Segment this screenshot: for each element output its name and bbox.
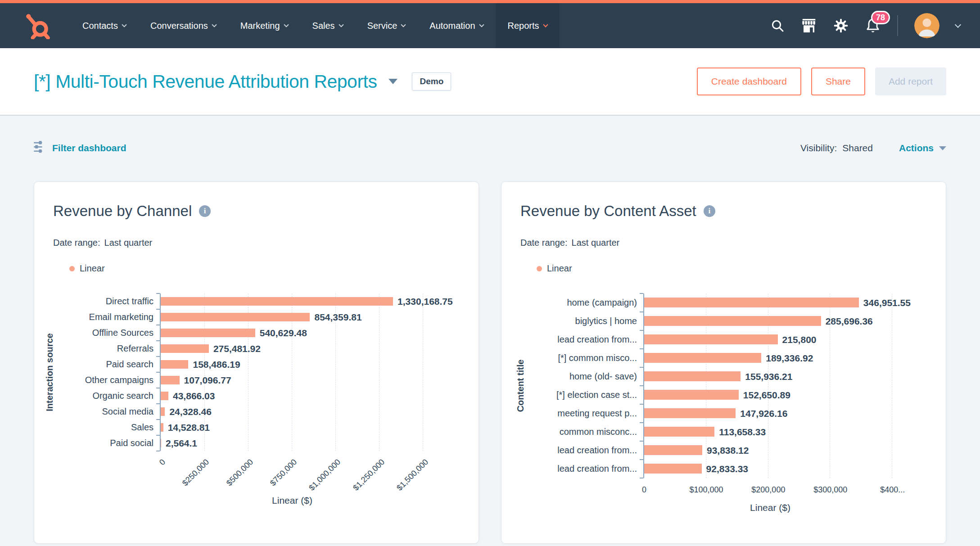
x-tick-label: $200,000 — [751, 485, 785, 495]
axis-tick — [156, 309, 160, 310]
category-label: Paid search — [53, 356, 160, 372]
plot-area: 346,951.55285,696.36215,800189,336.92155… — [643, 293, 895, 478]
axis-tick — [156, 403, 160, 404]
x-axis-ticks: 0$100,000$200,000$300,000$400... — [644, 478, 896, 501]
legend-swatch-icon — [537, 266, 542, 271]
actions-menu[interactable]: Actions — [899, 143, 946, 153]
axis-tick — [640, 330, 643, 331]
info-icon[interactable]: i — [704, 205, 715, 217]
nav-item-reports[interactable]: Reports — [496, 3, 560, 48]
bar[interactable] — [644, 427, 714, 437]
info-icon[interactable]: i — [199, 205, 211, 217]
x-axis-ticks: 0$250,000$500,000$750,000$1,000,000$1,25… — [161, 451, 424, 494]
axis-tick — [156, 293, 160, 294]
bar-value-label: 155,936.21 — [745, 371, 792, 382]
nav-item-automation[interactable]: Automation — [417, 3, 495, 48]
bar-row: 1,330,168.75 — [161, 293, 423, 309]
bar-value-label: 540,629.48 — [260, 328, 307, 338]
bar-row: 147,926.16 — [644, 404, 895, 423]
bar-chart: Content title home (campaign)biglytics |… — [520, 293, 927, 513]
bar[interactable] — [644, 408, 736, 418]
filter-dashboard-link[interactable]: Filter dashboard — [34, 141, 126, 155]
bar[interactable] — [644, 316, 821, 326]
nav-item-sales[interactable]: Sales — [300, 3, 355, 48]
axis-tick — [640, 367, 643, 368]
bar[interactable] — [644, 371, 741, 381]
bar[interactable] — [644, 464, 702, 474]
bar-row: 107,096.77 — [161, 372, 423, 388]
axis-tick — [640, 311, 643, 312]
settings-gear-icon[interactable] — [833, 18, 849, 33]
bar-chart: Interaction source Direct trafficEmail m… — [53, 293, 460, 506]
hubspot-logo-icon[interactable] — [25, 12, 50, 39]
add-report-button[interactable]: Add report — [875, 68, 946, 95]
bar-value-label: 43,866.03 — [173, 391, 215, 402]
category-label: Paid social — [53, 435, 160, 451]
bar-value-label: 854,359.81 — [314, 312, 361, 323]
category-label: Social media — [53, 404, 160, 420]
bar[interactable] — [644, 445, 702, 455]
bar[interactable] — [161, 344, 209, 353]
category-label: common misconc... — [520, 423, 643, 441]
axis-tick — [156, 325, 160, 325]
dashboard-toolbar: Filter dashboard Visibility: Shared Acti… — [34, 116, 946, 155]
bar[interactable] — [161, 313, 310, 321]
bar-row: 285,696.36 — [644, 312, 895, 330]
search-icon[interactable] — [770, 18, 785, 33]
bar[interactable] — [644, 334, 778, 344]
nav-item-service[interactable]: Service — [355, 3, 418, 48]
nav-item-conversations[interactable]: Conversations — [138, 3, 228, 48]
bar[interactable] — [161, 423, 163, 432]
bar[interactable] — [161, 392, 168, 400]
chevron-down-icon — [122, 22, 126, 27]
bar[interactable] — [161, 360, 188, 369]
axis-tick — [156, 356, 160, 357]
bar[interactable] — [161, 407, 165, 416]
bar-row: 215,800 — [644, 330, 895, 349]
avatar[interactable] — [914, 13, 939, 38]
bar-value-label: 275,481.92 — [213, 343, 261, 354]
dashboard-meta: Visibility: Shared Actions — [800, 143, 946, 153]
bar[interactable] — [644, 353, 761, 363]
marketplace-icon[interactable] — [801, 18, 817, 33]
legend-item[interactable]: Linear — [53, 263, 460, 274]
nav-item-contacts[interactable]: Contacts — [70, 3, 138, 48]
report-title: Revenue by Content Asset i — [520, 203, 927, 220]
nav-item-label: Automation — [429, 21, 475, 31]
account-chevron-down-icon[interactable] — [955, 21, 961, 27]
bar-value-label: 14,528.81 — [168, 422, 210, 433]
axis-tick — [156, 419, 160, 420]
report-cards: Revenue by Channel i Date range: Last qu… — [34, 181, 946, 544]
bar-value-label: 152,650.89 — [743, 390, 790, 401]
report-card-revenue-by-content-asset: Revenue by Content Asset i Date range: L… — [501, 181, 946, 544]
notifications-bell-icon[interactable]: 78 — [865, 17, 881, 34]
visibility-label: Visibility: — [800, 143, 837, 153]
bar[interactable] — [644, 298, 859, 307]
bar-row: 24,328.46 — [161, 404, 423, 420]
bar[interactable] — [161, 329, 255, 337]
bar[interactable] — [161, 439, 161, 447]
share-button[interactable]: Share — [811, 68, 865, 95]
title-dropdown-caret-icon[interactable] — [388, 79, 397, 84]
bar-value-label: 93,838.12 — [707, 445, 749, 456]
page-title[interactable]: [*] Multi-Touch Revenue Attribution Repo… — [34, 71, 377, 92]
bar-row: 155,936.21 — [644, 367, 895, 386]
axis-tick — [640, 404, 643, 405]
bar[interactable] — [161, 376, 180, 384]
demo-badge: Demo — [412, 72, 451, 90]
report-title-text: Revenue by Content Asset — [520, 203, 696, 220]
category-label: Email marketing — [53, 309, 160, 325]
category-label: [*] common misco... — [520, 349, 643, 367]
bar[interactable] — [161, 297, 393, 306]
legend-label: Linear — [547, 263, 572, 274]
nav-divider — [897, 15, 898, 36]
category-label: Other campaigns — [53, 372, 160, 388]
bar-row: 346,951.55 — [644, 293, 895, 312]
nav-item-label: Contacts — [82, 21, 118, 31]
x-tick-label: $300,000 — [813, 485, 847, 495]
legend-item[interactable]: Linear — [520, 263, 927, 274]
create-dashboard-button[interactable]: Create dashboard — [697, 68, 801, 95]
nav-item-marketing[interactable]: Marketing — [228, 3, 300, 48]
date-range-label: Date range: — [520, 238, 568, 248]
bar[interactable] — [644, 390, 739, 400]
